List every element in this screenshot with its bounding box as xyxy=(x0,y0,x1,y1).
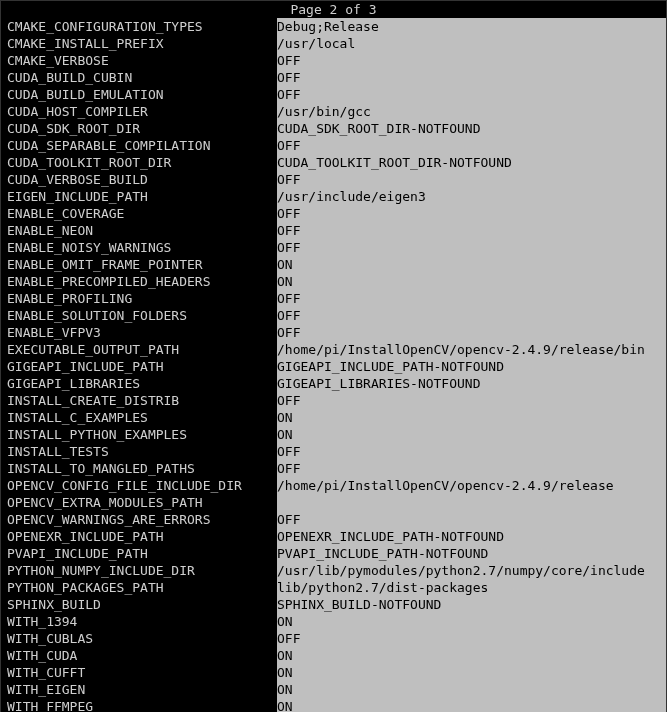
option-value[interactable]: /home/pi/InstallOpenCV/opencv-2.4.9/rele… xyxy=(277,341,666,358)
option-value[interactable]: OFF xyxy=(277,69,666,86)
option-row[interactable]: INSTALL_TO_MANGLED_PATHSOFF xyxy=(1,460,666,477)
option-row[interactable]: GIGEAPI_LIBRARIESGIGEAPI_LIBRARIES-NOTFO… xyxy=(1,375,666,392)
option-value[interactable]: OPENEXR_INCLUDE_PATH-NOTFOUND xyxy=(277,528,666,545)
option-row[interactable]: ENABLE_PROFILINGOFF xyxy=(1,290,666,307)
option-value[interactable]: OFF xyxy=(277,205,666,222)
option-name: CUDA_SDK_ROOT_DIR xyxy=(1,120,277,137)
option-row[interactable]: WITH_CUDAON xyxy=(1,647,666,664)
option-row[interactable]: CUDA_SEPARABLE_COMPILATIONOFF xyxy=(1,137,666,154)
option-row[interactable]: CUDA_BUILD_CUBINOFF xyxy=(1,69,666,86)
option-row[interactable]: INSTALL_TESTSOFF xyxy=(1,443,666,460)
option-value[interactable]: PVAPI_INCLUDE_PATH-NOTFOUND xyxy=(277,545,666,562)
option-value[interactable]: OFF xyxy=(277,460,666,477)
option-row[interactable]: PVAPI_INCLUDE_PATHPVAPI_INCLUDE_PATH-NOT… xyxy=(1,545,666,562)
option-row[interactable]: INSTALL_PYTHON_EXAMPLESON xyxy=(1,426,666,443)
option-row[interactable]: ENABLE_NOISY_WARNINGSOFF xyxy=(1,239,666,256)
option-value[interactable] xyxy=(277,494,666,511)
ccmake-screen: Page 2 of 3 CMAKE_CONFIGURATION_TYPESDeb… xyxy=(0,0,667,712)
option-value[interactable]: OFF xyxy=(277,511,666,528)
options-list[interactable]: CMAKE_CONFIGURATION_TYPESDebug;ReleaseCM… xyxy=(1,18,666,712)
option-row[interactable]: WITH_FFMPEGON xyxy=(1,698,666,712)
option-value[interactable]: OFF xyxy=(277,171,666,188)
option-value[interactable]: OFF xyxy=(277,86,666,103)
option-name: CMAKE_VERBOSE xyxy=(1,52,277,69)
option-row[interactable]: GIGEAPI_INCLUDE_PATHGIGEAPI_INCLUDE_PATH… xyxy=(1,358,666,375)
option-value[interactable]: /usr/include/eigen3 xyxy=(277,188,666,205)
option-value[interactable]: OFF xyxy=(277,290,666,307)
option-value[interactable]: ON xyxy=(277,613,666,630)
option-name: ENABLE_OMIT_FRAME_POINTER xyxy=(1,256,277,273)
option-name: ENABLE_PRECOMPILED_HEADERS xyxy=(1,273,277,290)
option-value[interactable]: OFF xyxy=(277,392,666,409)
option-row[interactable]: INSTALL_CREATE_DISTRIBOFF xyxy=(1,392,666,409)
option-row[interactable]: ENABLE_COVERAGEOFF xyxy=(1,205,666,222)
option-value[interactable]: ON xyxy=(277,647,666,664)
option-value[interactable]: SPHINX_BUILD-NOTFOUND xyxy=(277,596,666,613)
option-row[interactable]: OPENCV_EXTRA_MODULES_PATH xyxy=(1,494,666,511)
option-value[interactable]: ON xyxy=(277,664,666,681)
option-row[interactable]: CUDA_BUILD_EMULATIONOFF xyxy=(1,86,666,103)
option-row[interactable]: CMAKE_CONFIGURATION_TYPESDebug;Release xyxy=(1,18,666,35)
option-value[interactable]: ON xyxy=(277,698,666,712)
option-name: CUDA_TOOLKIT_ROOT_DIR xyxy=(1,154,277,171)
option-name: INSTALL_TESTS xyxy=(1,443,277,460)
option-value[interactable]: OFF xyxy=(277,630,666,647)
option-value[interactable]: /home/pi/InstallOpenCV/opencv-2.4.9/rele… xyxy=(277,477,666,494)
option-value[interactable]: OFF xyxy=(277,222,666,239)
option-row[interactable]: CUDA_TOOLKIT_ROOT_DIRCUDA_TOOLKIT_ROOT_D… xyxy=(1,154,666,171)
option-value[interactable]: /usr/local xyxy=(277,35,666,52)
option-row[interactable]: ENABLE_NEONOFF xyxy=(1,222,666,239)
option-row[interactable]: INSTALL_C_EXAMPLESON xyxy=(1,409,666,426)
option-name: OPENCV_WARNINGS_ARE_ERRORS xyxy=(1,511,277,528)
option-row[interactable]: ENABLE_SOLUTION_FOLDERSOFF xyxy=(1,307,666,324)
option-row[interactable]: CUDA_VERBOSE_BUILDOFF xyxy=(1,171,666,188)
option-row[interactable]: ENABLE_OMIT_FRAME_POINTERON xyxy=(1,256,666,273)
option-name: EXECUTABLE_OUTPUT_PATH xyxy=(1,341,277,358)
option-value[interactable]: /usr/bin/gcc xyxy=(277,103,666,120)
option-row[interactable]: OPENCV_CONFIG_FILE_INCLUDE_DIR/home/pi/I… xyxy=(1,477,666,494)
option-value[interactable]: lib/python2.7/dist-packages xyxy=(277,579,666,596)
option-row[interactable]: SPHINX_BUILDSPHINX_BUILD-NOTFOUND xyxy=(1,596,666,613)
option-row[interactable]: OPENEXR_INCLUDE_PATHOPENEXR_INCLUDE_PATH… xyxy=(1,528,666,545)
option-name: WITH_1394 xyxy=(1,613,277,630)
option-name: INSTALL_PYTHON_EXAMPLES xyxy=(1,426,277,443)
option-value[interactable]: GIGEAPI_LIBRARIES-NOTFOUND xyxy=(277,375,666,392)
option-row[interactable]: CMAKE_VERBOSEOFF xyxy=(1,52,666,69)
option-value[interactable]: OFF xyxy=(277,137,666,154)
option-value[interactable]: CUDA_SDK_ROOT_DIR-NOTFOUND xyxy=(277,120,666,137)
option-row[interactable]: ENABLE_VFPV3OFF xyxy=(1,324,666,341)
option-row[interactable]: CUDA_SDK_ROOT_DIRCUDA_SDK_ROOT_DIR-NOTFO… xyxy=(1,120,666,137)
option-value[interactable]: ON xyxy=(277,681,666,698)
option-name: ENABLE_COVERAGE xyxy=(1,205,277,222)
option-value[interactable]: Debug;Release xyxy=(277,18,666,35)
option-value[interactable]: CUDA_TOOLKIT_ROOT_DIR-NOTFOUND xyxy=(277,154,666,171)
option-value[interactable]: OFF xyxy=(277,307,666,324)
option-row[interactable]: CUDA_HOST_COMPILER/usr/bin/gcc xyxy=(1,103,666,120)
option-row[interactable]: PYTHON_NUMPY_INCLUDE_DIR/usr/lib/pymodul… xyxy=(1,562,666,579)
option-value[interactable]: GIGEAPI_INCLUDE_PATH-NOTFOUND xyxy=(277,358,666,375)
option-value[interactable]: OFF xyxy=(277,52,666,69)
option-name: SPHINX_BUILD xyxy=(1,596,277,613)
option-value[interactable]: ON xyxy=(277,273,666,290)
option-row[interactable]: CMAKE_INSTALL_PREFIX/usr/local xyxy=(1,35,666,52)
option-row[interactable]: EIGEN_INCLUDE_PATH/usr/include/eigen3 xyxy=(1,188,666,205)
option-value[interactable]: ON xyxy=(277,426,666,443)
option-row[interactable]: ENABLE_PRECOMPILED_HEADERSON xyxy=(1,273,666,290)
option-row[interactable]: WITH_CUBLASOFF xyxy=(1,630,666,647)
option-name: WITH_CUFFT xyxy=(1,664,277,681)
option-row[interactable]: EXECUTABLE_OUTPUT_PATH/home/pi/InstallOp… xyxy=(1,341,666,358)
option-value[interactable]: OFF xyxy=(277,443,666,460)
option-value[interactable]: OFF xyxy=(277,239,666,256)
option-row[interactable]: WITH_1394ON xyxy=(1,613,666,630)
option-value[interactable]: ON xyxy=(277,409,666,426)
option-value[interactable]: ON xyxy=(277,256,666,273)
option-row[interactable]: WITH_EIGENON xyxy=(1,681,666,698)
option-value[interactable]: OFF xyxy=(277,324,666,341)
option-row[interactable]: OPENCV_WARNINGS_ARE_ERRORSOFF xyxy=(1,511,666,528)
option-row[interactable]: PYTHON_PACKAGES_PATHlib/python2.7/dist-p… xyxy=(1,579,666,596)
option-name: CMAKE_CONFIGURATION_TYPES xyxy=(1,18,277,35)
option-row[interactable]: WITH_CUFFTON xyxy=(1,664,666,681)
option-value[interactable]: /usr/lib/pymodules/python2.7/numpy/core/… xyxy=(277,562,666,579)
option-name: PYTHON_PACKAGES_PATH xyxy=(1,579,277,596)
option-name: WITH_FFMPEG xyxy=(1,698,277,712)
